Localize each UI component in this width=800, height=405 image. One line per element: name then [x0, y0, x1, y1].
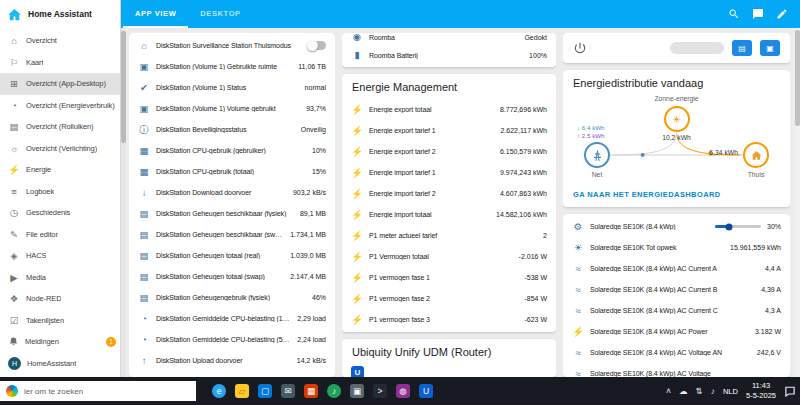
toggle-switch[interactable]: [308, 41, 326, 50]
grid-node[interactable]: [584, 142, 610, 168]
entity-row[interactable]: ▤ DiskStation Geheugengebruik (fysiek) 4…: [129, 287, 335, 308]
taskbar-app-icon[interactable]: U: [419, 384, 433, 398]
sidebar-item[interactable]: ⊞ Overzicht (App-Desktop): [0, 73, 120, 95]
content-scrollbar-thumb[interactable]: [121, 31, 126, 143]
sidebar-item[interactable]: ◷ Geschiedenis: [0, 202, 120, 224]
entity-row[interactable]: ⚡ Energie import tarief 2 4.607,863 kWh: [342, 183, 556, 204]
entity-row[interactable]: ▣ DiskStation (Volume 1) Volume gebruikt…: [129, 98, 335, 119]
entity-row[interactable]: ↓ DiskStation Download doorvoer 903,2 kB…: [129, 182, 335, 203]
entity-row[interactable]: ⚡ P1 Vermogen totaal -2.016 W: [342, 246, 556, 267]
home-node[interactable]: [743, 142, 769, 168]
power-limit-slider[interactable]: [715, 225, 761, 228]
sidebar-item[interactable]: ❖ Node-RED: [0, 288, 120, 310]
entity-row[interactable]: ◉ Roomba Gedokt: [342, 33, 556, 46]
taskbar-clock[interactable]: 11:43 5-5-2025: [746, 381, 776, 401]
entity-row[interactable]: ⚡ Energie export tarief 2 6.150,579 kWh: [342, 141, 556, 162]
entity-row[interactable]: ▤ DiskStation Geheugen totaal (swap) 2.1…: [129, 266, 335, 287]
sidebar-item-user[interactable]: H HomeAssistant: [0, 353, 120, 375]
sidebar-item-label: Takenlijsten: [26, 316, 64, 325]
entity-row[interactable]: ≈ Solaredge SE10K (8.4 kWp) AC Current A…: [563, 258, 790, 279]
unifi-icon: U: [351, 366, 364, 377]
entity-row[interactable]: ⚡ Energie import tarief 1 9.974,243 kWh: [342, 162, 556, 183]
content-scrollbar[interactable]: [121, 28, 126, 377]
entity-row[interactable]: ▤ DiskStation Geheugen beschikbaar (fysi…: [129, 203, 335, 224]
entity-row[interactable]: ⚡ P1 meter actueel tarief 2: [342, 225, 556, 246]
entity-row[interactable]: ⚡ Energie import totaal 14.582,106 kWh: [342, 204, 556, 225]
entity-row[interactable]: ▣ DiskStation (Volume 1) Gebruikte ruimt…: [129, 56, 335, 77]
sidebar-item[interactable]: ✎ File editor: [0, 224, 120, 246]
entity-row[interactable]: ⚡ Energie export tarief 1 2.622,117 kWh: [342, 120, 556, 141]
volume-icon[interactable]: ♪: [711, 386, 715, 396]
sidebar-item[interactable]: ≡ Logboek: [0, 181, 120, 203]
entity-name: Solaredge SE10K (8.4 kWp) AC Current A: [590, 265, 759, 272]
entity-icon: ⚡: [572, 327, 584, 337]
entity-row[interactable]: ⚡ Energie export totaal 8.772,696 kWh: [342, 99, 556, 120]
entity-row[interactable]: ▮ Roomba Batterij 100%: [342, 46, 556, 64]
sidebar-item[interactable]: ▤ Overzicht (Rolluiken): [0, 116, 120, 138]
solar-node[interactable]: ☀: [664, 106, 690, 132]
sidebar-item[interactable]: ◈ HACS: [0, 245, 120, 267]
entity-name: Energie import tarief 2: [369, 190, 494, 197]
sidebar-item[interactable]: ◔ Overzicht (Energieverbruik): [0, 95, 120, 117]
action-center-icon[interactable]: [784, 385, 796, 397]
toggle-knob: [307, 40, 318, 51]
entity-row[interactable]: ▦ DiskStation CPU-gebruik (gebruiker) 10…: [129, 140, 335, 161]
entity-row[interactable]: ⚡ P1 vermogen fase 2 -854 W: [342, 288, 556, 309]
network-icon[interactable]: ⇅: [696, 386, 703, 396]
sidebar-item[interactable]: ▶ Media: [0, 267, 120, 289]
taskbar-app-icon[interactable]: >: [373, 384, 387, 398]
entity-row[interactable]: ▦ DiskStation CPU-gebruik (totaal) 15%: [129, 161, 335, 182]
grid-button[interactable]: ▤: [732, 40, 752, 56]
sidebar-header[interactable]: Home Assistant: [0, 0, 120, 28]
entity-row[interactable]: ☀ Solaredge SE10K Tot opwek 15.961,559 k…: [563, 237, 790, 258]
taskbar-app-icon[interactable]: ♪: [327, 384, 341, 398]
entity-row[interactable]: ✔ DiskStation (Volume 1) Status normal: [129, 77, 335, 98]
entity-row[interactable]: ⚡ P1 vermogen fase 1 -538 W: [342, 267, 556, 288]
disabled-button[interactable]: [670, 42, 724, 54]
taskbar-app-icon[interactable]: ✉: [281, 384, 295, 398]
entity-row[interactable]: U: [342, 362, 556, 377]
entity-icon: ▮: [351, 50, 363, 60]
entity-row[interactable]: ≈ Solaredge SE10K (8.4 kWp) AC Current B…: [563, 279, 790, 300]
taskbar-app-icon[interactable]: ◍: [396, 384, 410, 398]
page-scrollbar-thumb[interactable]: [795, 30, 800, 126]
comment-icon[interactable]: [752, 8, 764, 20]
edit-icon[interactable]: [776, 8, 788, 20]
camera-button[interactable]: ▣: [760, 40, 780, 56]
slider-knob[interactable]: [725, 223, 732, 230]
entity-row[interactable]: ⓘ DiskStation Beveiligingsstatus Onveili…: [129, 119, 335, 140]
view-tab[interactable]: DESKTOP: [188, 0, 252, 28]
entity-row[interactable]: ◔ DiskStation Gemiddelde CPU-belasting (…: [129, 329, 335, 350]
sidebar-item-meldingen[interactable]: Meldingen 1: [0, 331, 120, 353]
entity-row[interactable]: ≈ Solaredge SE10K (8.4 kWp) AC Voltage A…: [563, 342, 790, 363]
entity-row[interactable]: ▤ DiskStation Geheugen beschikbaar (swap…: [129, 224, 335, 245]
sidebar-item[interactable]: ⌂ Overzicht: [0, 30, 120, 52]
energy-dashboard-link[interactable]: GA NAAR HET ENERGIEDASHBOARD: [563, 183, 790, 207]
page-scrollbar[interactable]: [795, 28, 800, 377]
taskbar-app-icon[interactable]: ▱: [235, 384, 249, 398]
entity-row[interactable]: ⚡ P1 vermogen fase 3 -623 W: [342, 309, 556, 330]
entity-row[interactable]: ◔ DiskStation Gemiddelde CPU-belasting (…: [129, 308, 335, 329]
taskbar-app-icon[interactable]: e: [212, 384, 226, 398]
language-indicator[interactable]: NLD: [723, 387, 738, 396]
entity-row[interactable]: ⚡ Solaredge SE10K (8.4 kWp) AC Power 3.1…: [563, 321, 790, 342]
sidebar-item[interactable]: ⚡ Energie: [0, 159, 120, 181]
taskbar-app-icon[interactable]: ▣: [350, 384, 364, 398]
entity-row[interactable]: ▤ DiskStation Geheugen totaal (real) 1.0…: [129, 245, 335, 266]
entity-row[interactable]: ≈ Solaredge SE10K (8.4 kWp) AC Current C…: [563, 300, 790, 321]
cloud-icon[interactable]: ☁: [679, 386, 688, 396]
sidebar-item[interactable]: ⚐ Kaart: [0, 52, 120, 74]
entity-row[interactable]: ↑ DiskStation Upload doorvoer 14,2 kB/s: [129, 350, 335, 371]
taskbar-app-icon[interactable]: ▦: [304, 384, 318, 398]
entity-row[interactable]: ⌂ DiskStation Surveillance Station Thuis…: [129, 35, 335, 56]
view-tab[interactable]: APP VIEW: [123, 0, 188, 28]
taskbar-app-icon[interactable]: ▢: [258, 384, 272, 398]
sidebar-item[interactable]: ☼ Overzicht (Verlichting): [0, 138, 120, 160]
sidebar-item[interactable]: ☑ Takenlijsten: [0, 310, 120, 332]
tray-expand-icon[interactable]: ˄: [666, 386, 671, 396]
power-icon[interactable]: [573, 41, 587, 55]
entity-row[interactable]: ⚙ Solaredge SE10K (8.4 kWp) 30%: [563, 216, 790, 237]
search-icon[interactable]: [728, 8, 740, 20]
entity-row[interactable]: ≈ Solaredge SE10K (8.4 kWp) AC Voltage: [563, 363, 790, 377]
taskbar-search[interactable]: ier om te zoeken: [0, 381, 196, 401]
